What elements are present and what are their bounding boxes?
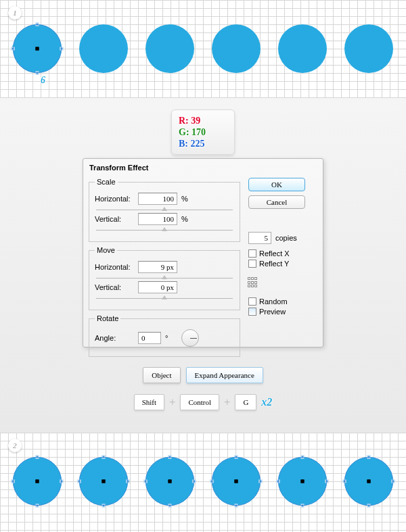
- random-label: Random: [259, 297, 288, 306]
- copies-label: copies: [275, 234, 297, 242]
- circle-shape[interactable]: [344, 457, 393, 506]
- circle-shape[interactable]: [344, 24, 393, 73]
- move-h-slider[interactable]: [96, 278, 233, 279]
- key-g: G: [235, 394, 256, 410]
- reflect-x-checkbox[interactable]: [248, 249, 256, 258]
- plus-icon: +: [169, 396, 175, 408]
- move-legend: Move: [95, 246, 117, 254]
- move-v-label: Vertical:: [95, 283, 134, 291]
- plus-icon: +: [224, 396, 230, 408]
- move-v-input[interactable]: [138, 281, 177, 293]
- scale-v-unit: %: [181, 215, 194, 223]
- scale-group: Scale Horizontal: % Vertical: %: [89, 178, 240, 242]
- rgb-b-label: B:: [179, 138, 188, 149]
- circles-row-1: [0, 24, 406, 73]
- rgb-r-value: 39: [191, 115, 200, 126]
- step1-panel: 1 6 6: [0, 0, 406, 98]
- move-h-label: Horizontal:: [95, 263, 134, 271]
- scale-h-label: Horizontal:: [95, 195, 134, 203]
- reflect-x-label: Reflect X: [259, 249, 290, 258]
- scale-v-label: Vertical:: [95, 215, 134, 223]
- transform-effect-dialog: Transform Effect Scale Horizontal: % Ver…: [83, 158, 323, 347]
- preview-checkbox[interactable]: [248, 308, 256, 316]
- scale-h-slider[interactable]: [96, 210, 233, 210]
- shortcut-row: Shift + Control + G x2: [0, 394, 406, 410]
- preview-label: Preview: [259, 308, 286, 316]
- circle-shape[interactable]: [145, 24, 194, 73]
- move-v-slider[interactable]: [96, 298, 233, 299]
- move-group: Move Horizontal: Vertical:: [89, 246, 240, 310]
- angle-label: Angle:: [95, 334, 134, 342]
- scale-h-input[interactable]: [138, 193, 177, 205]
- circle-shape[interactable]: [79, 457, 128, 506]
- circle-shape[interactable]: [212, 24, 261, 73]
- circle-shape[interactable]: [13, 24, 62, 73]
- step2-panel: 2: [0, 433, 406, 532]
- reflect-y-checkbox[interactable]: [248, 260, 256, 268]
- circle-shape[interactable]: [278, 24, 327, 73]
- step-badge-1: 1: [8, 6, 22, 20]
- scale-h-unit: %: [181, 195, 194, 203]
- circle-shape[interactable]: [278, 457, 327, 506]
- key-control: Control: [180, 394, 219, 410]
- color-values-card: R: 39 G: 170 B: 225: [171, 110, 235, 155]
- circles-row-2: [0, 457, 406, 506]
- registration-point-icon[interactable]: [248, 277, 258, 288]
- rgb-b-value: 225: [191, 138, 205, 149]
- scale-legend: Scale: [95, 178, 118, 186]
- rgb-g-value: 170: [191, 126, 206, 138]
- rgb-r-label: R:: [179, 115, 189, 126]
- dialog-title: Transform Effect: [83, 159, 323, 177]
- move-h-input[interactable]: [138, 261, 177, 273]
- width-label: 6: [41, 76, 45, 85]
- key-shift: Shift: [134, 394, 164, 410]
- cancel-button[interactable]: Cancel: [248, 195, 305, 209]
- rotate-group: Rotate Angle: °: [89, 314, 240, 357]
- circle-shape[interactable]: [212, 457, 261, 506]
- circle-shape[interactable]: [145, 457, 194, 506]
- reflect-y-label: Reflect Y: [259, 260, 289, 268]
- random-checkbox[interactable]: [248, 297, 256, 306]
- angle-dial-icon[interactable]: [181, 329, 199, 347]
- scale-v-input[interactable]: [138, 213, 177, 225]
- step-badge-2: 2: [8, 439, 22, 452]
- menu-row: Object Expand Appearance: [0, 367, 406, 383]
- scale-v-slider[interactable]: [96, 230, 233, 231]
- angle-input[interactable]: [138, 332, 161, 344]
- rotate-legend: Rotate: [95, 314, 120, 322]
- angle-unit: °: [165, 334, 177, 342]
- object-menu-button[interactable]: Object: [143, 367, 180, 383]
- expand-appearance-button[interactable]: Expand Appearance: [186, 367, 263, 383]
- rgb-g-label: G:: [179, 126, 189, 138]
- circle-shape[interactable]: [13, 457, 62, 506]
- copies-input[interactable]: [248, 232, 271, 244]
- times-two-label: x2: [261, 396, 272, 408]
- circle-shape[interactable]: [79, 24, 128, 73]
- ok-button[interactable]: OK: [248, 178, 305, 191]
